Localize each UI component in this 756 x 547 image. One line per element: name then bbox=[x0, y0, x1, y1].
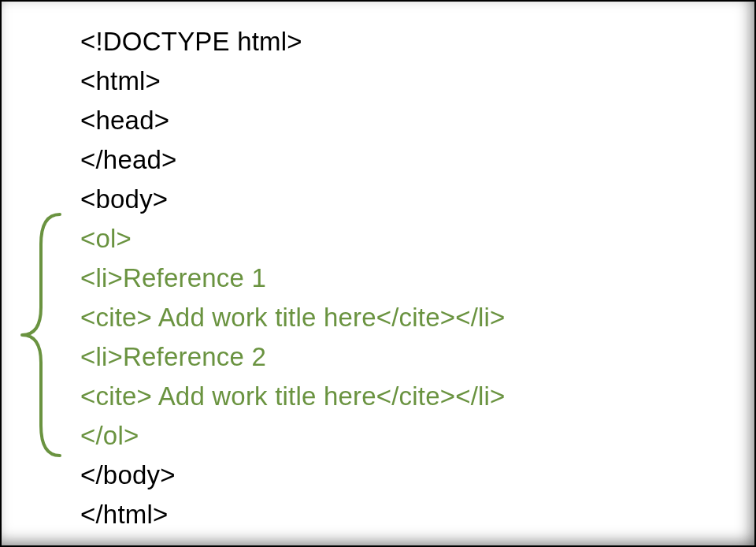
code-line-doctype: <!DOCTYPE html> bbox=[80, 22, 506, 61]
curly-brace-icon bbox=[17, 213, 63, 457]
code-block: <!DOCTYPE html> <html> <head> </head> <b… bbox=[80, 22, 506, 534]
code-line-cite1: <cite> Add work title here</cite></li> bbox=[80, 298, 506, 337]
code-line-html-close: </html> bbox=[80, 495, 506, 534]
code-line-head-open: <head> bbox=[80, 101, 506, 140]
code-line-li2: <li>Reference 2 bbox=[80, 337, 506, 377]
code-line-html-open: <html> bbox=[80, 61, 506, 101]
code-line-body-open: <body> bbox=[80, 180, 506, 219]
code-line-ol-close: </ol> bbox=[80, 416, 506, 456]
code-line-ol-open: <ol> bbox=[80, 219, 506, 259]
code-line-cite2: <cite> Add work title here</cite></li> bbox=[80, 377, 506, 416]
code-example-frame: <!DOCTYPE html> <html> <head> </head> <b… bbox=[0, 0, 756, 547]
code-line-head-close: </head> bbox=[80, 140, 506, 180]
code-line-body-close: </body> bbox=[80, 456, 506, 495]
code-line-li1: <li>Reference 1 bbox=[80, 259, 506, 298]
